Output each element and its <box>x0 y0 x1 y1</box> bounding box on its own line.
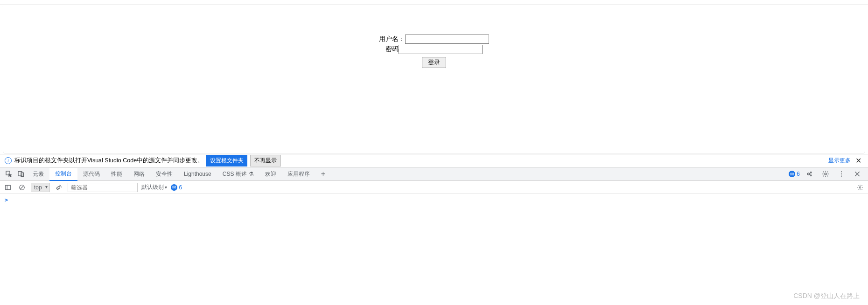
live-expression-icon[interactable] <box>54 182 64 193</box>
show-more-link[interactable]: 显示更多 <box>828 157 851 165</box>
console-toolbar: top 默认级别 ✉ 6 <box>0 181 868 194</box>
console-settings-icon[interactable] <box>855 182 865 193</box>
close-icon[interactable]: ✕ <box>854 156 863 165</box>
username-input[interactable] <box>405 35 489 44</box>
svg-point-7 <box>841 171 842 172</box>
whats-new-icon[interactable] <box>804 168 816 180</box>
add-tab-button[interactable]: + <box>315 170 331 178</box>
svg-line-13 <box>21 186 24 189</box>
svg-point-8 <box>841 173 842 174</box>
browser-chrome <box>0 0 868 5</box>
flask-icon: ⚗ <box>249 171 254 177</box>
tab-css-overview[interactable]: CSS 概述 ⚗ <box>217 167 259 180</box>
svg-point-4 <box>810 172 812 173</box>
issues-count: 6 <box>797 171 800 177</box>
console-issues-badge[interactable]: ✉ 6 <box>171 184 182 191</box>
console-issues-count: 6 <box>179 184 182 191</box>
svg-point-6 <box>825 173 826 175</box>
password-row: 密码 <box>350 45 518 54</box>
username-row: 用户名： <box>350 35 518 44</box>
dismiss-button[interactable]: 不再显示 <box>250 155 281 166</box>
tab-css-overview-label: CSS 概述 <box>223 170 247 178</box>
filter-input[interactable] <box>68 183 138 192</box>
info-message: 标识项目的根文件夹以打开Visual Studio Code中的源文件并同步更改… <box>14 157 203 165</box>
log-level-selector[interactable]: 默认级别 <box>141 183 168 191</box>
console-prompt: > <box>5 197 8 203</box>
tab-performance[interactable]: 性能 <box>105 167 128 180</box>
tab-network[interactable]: 网络 <box>128 167 150 180</box>
chat-icon: ✉ <box>171 184 177 191</box>
svg-point-9 <box>841 176 842 177</box>
issues-badge[interactable]: ✉ 6 <box>789 171 800 177</box>
devtools-tab-bar: 元素 控制台 源代码 性能 网络 安全性 Lighthouse CSS 概述 ⚗… <box>0 167 868 181</box>
tab-application[interactable]: 应用程序 <box>282 167 315 180</box>
info-icon: i <box>5 157 12 164</box>
svg-rect-10 <box>6 185 11 189</box>
set-root-folder-button[interactable]: 设置根文件夹 <box>206 155 247 166</box>
password-label: 密码 <box>385 45 399 54</box>
tab-welcome[interactable]: 欢迎 <box>259 167 282 180</box>
close-devtools-icon[interactable] <box>851 168 863 180</box>
watermark: CSDN @登山人在路上 <box>793 292 860 300</box>
toggle-sidebar-icon[interactable] <box>3 182 13 193</box>
workspace-info-bar: i 标识项目的根文件夹以打开Visual Studio Code中的源文件并同步… <box>0 154 868 167</box>
svg-point-14 <box>57 186 60 188</box>
login-form: 用户名： 密码 登录 <box>350 35 518 68</box>
clear-console-icon[interactable] <box>17 182 27 193</box>
svg-point-5 <box>810 175 812 176</box>
tab-sources[interactable]: 源代码 <box>77 167 105 180</box>
tab-console[interactable]: 控制台 <box>49 168 77 181</box>
settings-icon[interactable] <box>819 168 832 180</box>
username-label: 用户名： <box>379 35 405 43</box>
tab-lighthouse[interactable]: Lighthouse <box>178 167 217 180</box>
password-input[interactable] <box>399 45 483 54</box>
tab-security[interactable]: 安全性 <box>150 167 178 180</box>
tab-elements[interactable]: 元素 <box>27 167 49 180</box>
device-toggle-icon[interactable] <box>15 168 27 180</box>
svg-rect-1 <box>18 172 22 176</box>
svg-point-3 <box>807 173 809 175</box>
context-selector[interactable]: top <box>31 183 50 192</box>
page-content: 用户名： 密码 登录 <box>3 5 865 154</box>
chat-icon: ✉ <box>789 171 795 177</box>
more-icon[interactable] <box>835 168 847 180</box>
inspect-element-icon[interactable] <box>3 168 15 180</box>
console-body[interactable]: > <box>0 194 868 305</box>
login-button[interactable]: 登录 <box>422 57 446 68</box>
svg-point-15 <box>859 187 861 188</box>
